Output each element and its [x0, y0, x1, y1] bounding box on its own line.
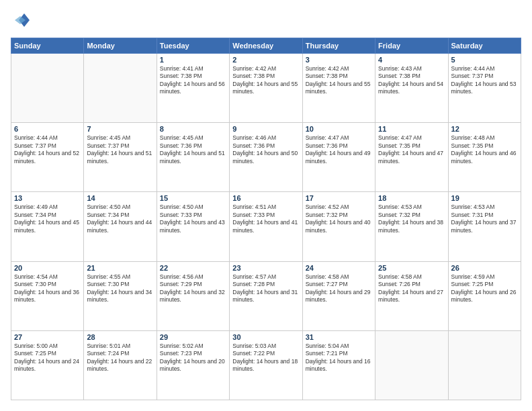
- calendar-cell: 8Sunrise: 4:45 AM Sunset: 7:36 PM Daylig…: [157, 123, 229, 192]
- calendar-cell: 11Sunrise: 4:47 AM Sunset: 7:35 PM Dayli…: [375, 123, 448, 192]
- day-info: Sunrise: 4:51 AM Sunset: 7:33 PM Dayligh…: [232, 203, 299, 234]
- day-number: 11: [378, 125, 445, 133]
- calendar-cell: 2Sunrise: 4:42 AM Sunset: 7:38 PM Daylig…: [230, 54, 302, 123]
- calendar-cell: 23Sunrise: 4:57 AM Sunset: 7:28 PM Dayli…: [230, 261, 302, 330]
- day-number: 5: [451, 56, 518, 64]
- calendar-cell: 6Sunrise: 4:44 AM Sunset: 7:37 PM Daylig…: [11, 123, 84, 192]
- day-info: Sunrise: 4:52 AM Sunset: 7:32 PM Dayligh…: [306, 203, 372, 234]
- calendar-cell: [84, 54, 157, 123]
- calendar-cell: 30Sunrise: 5:03 AM Sunset: 7:22 PM Dayli…: [230, 330, 302, 400]
- calendar-cell: 16Sunrise: 4:51 AM Sunset: 7:33 PM Dayli…: [230, 192, 302, 261]
- day-number: 27: [14, 333, 81, 341]
- calendar-cell: 24Sunrise: 4:58 AM Sunset: 7:27 PM Dayli…: [302, 261, 375, 330]
- calendar-cell: 14Sunrise: 4:50 AM Sunset: 7:34 PM Dayli…: [84, 192, 157, 261]
- day-info: Sunrise: 4:41 AM Sunset: 7:38 PM Dayligh…: [160, 65, 226, 96]
- day-number: 3: [306, 56, 372, 64]
- day-number: 30: [232, 333, 299, 341]
- weekday-header-wednesday: Wednesday: [230, 38, 302, 54]
- day-number: 24: [306, 264, 372, 272]
- calendar-cell: 27Sunrise: 5:00 AM Sunset: 7:25 PM Dayli…: [11, 330, 84, 400]
- logo-icon: [11, 11, 31, 31]
- calendar-cell: 9Sunrise: 4:46 AM Sunset: 7:36 PM Daylig…: [230, 123, 302, 192]
- calendar-cell: [11, 54, 84, 123]
- weekday-header-friday: Friday: [375, 38, 448, 54]
- calendar-cell: 19Sunrise: 4:53 AM Sunset: 7:31 PM Dayli…: [448, 192, 521, 261]
- weekday-header-thursday: Thursday: [302, 38, 375, 54]
- day-number: 15: [160, 194, 226, 202]
- day-info: Sunrise: 5:02 AM Sunset: 7:23 PM Dayligh…: [160, 342, 226, 373]
- day-number: 4: [378, 56, 445, 64]
- weekday-header-tuesday: Tuesday: [157, 38, 229, 54]
- day-info: Sunrise: 5:04 AM Sunset: 7:21 PM Dayligh…: [306, 342, 372, 373]
- header: [11, 11, 521, 31]
- day-number: 16: [232, 194, 299, 202]
- calendar-cell: 31Sunrise: 5:04 AM Sunset: 7:21 PM Dayli…: [302, 330, 375, 400]
- page: SundayMondayTuesdayWednesdayThursdayFrid…: [0, 0, 532, 411]
- calendar-cell: 15Sunrise: 4:50 AM Sunset: 7:33 PM Dayli…: [157, 192, 229, 261]
- day-number: 29: [160, 333, 226, 341]
- calendar-cell: 22Sunrise: 4:56 AM Sunset: 7:29 PM Dayli…: [157, 261, 229, 330]
- calendar-cell: 20Sunrise: 4:54 AM Sunset: 7:30 PM Dayli…: [11, 261, 84, 330]
- calendar-cell: 10Sunrise: 4:47 AM Sunset: 7:36 PM Dayli…: [302, 123, 375, 192]
- day-number: 13: [14, 194, 81, 202]
- week-row-3: 13Sunrise: 4:49 AM Sunset: 7:34 PM Dayli…: [11, 192, 521, 261]
- day-info: Sunrise: 4:44 AM Sunset: 7:37 PM Dayligh…: [451, 65, 518, 96]
- weekday-header-monday: Monday: [84, 38, 157, 54]
- day-number: 23: [232, 264, 299, 272]
- calendar-cell: 26Sunrise: 4:59 AM Sunset: 7:25 PM Dayli…: [448, 261, 521, 330]
- day-number: 10: [306, 125, 372, 133]
- day-info: Sunrise: 4:55 AM Sunset: 7:30 PM Dayligh…: [87, 273, 153, 304]
- day-info: Sunrise: 4:48 AM Sunset: 7:35 PM Dayligh…: [451, 134, 518, 165]
- day-info: Sunrise: 5:01 AM Sunset: 7:24 PM Dayligh…: [87, 342, 153, 373]
- day-info: Sunrise: 5:03 AM Sunset: 7:22 PM Dayligh…: [232, 342, 299, 373]
- calendar-cell: 5Sunrise: 4:44 AM Sunset: 7:37 PM Daylig…: [448, 54, 521, 123]
- calendar-cell: 17Sunrise: 4:52 AM Sunset: 7:32 PM Dayli…: [302, 192, 375, 261]
- day-info: Sunrise: 4:56 AM Sunset: 7:29 PM Dayligh…: [160, 273, 226, 304]
- calendar-cell: [375, 330, 448, 400]
- calendar-cell: 3Sunrise: 4:42 AM Sunset: 7:38 PM Daylig…: [302, 54, 375, 123]
- day-info: Sunrise: 4:43 AM Sunset: 7:38 PM Dayligh…: [378, 65, 445, 96]
- calendar-cell: 21Sunrise: 4:55 AM Sunset: 7:30 PM Dayli…: [84, 261, 157, 330]
- day-info: Sunrise: 4:58 AM Sunset: 7:26 PM Dayligh…: [378, 273, 445, 304]
- day-info: Sunrise: 4:47 AM Sunset: 7:35 PM Dayligh…: [378, 134, 445, 165]
- day-number: 12: [451, 125, 518, 133]
- calendar-cell: 13Sunrise: 4:49 AM Sunset: 7:34 PM Dayli…: [11, 192, 84, 261]
- week-row-1: 1Sunrise: 4:41 AM Sunset: 7:38 PM Daylig…: [11, 54, 521, 123]
- day-number: 18: [378, 194, 445, 202]
- calendar-cell: 29Sunrise: 5:02 AM Sunset: 7:23 PM Dayli…: [157, 330, 229, 400]
- day-info: Sunrise: 5:00 AM Sunset: 7:25 PM Dayligh…: [14, 342, 81, 373]
- day-info: Sunrise: 4:46 AM Sunset: 7:36 PM Dayligh…: [232, 134, 299, 165]
- calendar-cell: 7Sunrise: 4:45 AM Sunset: 7:37 PM Daylig…: [84, 123, 157, 192]
- day-info: Sunrise: 4:42 AM Sunset: 7:38 PM Dayligh…: [232, 65, 299, 96]
- day-info: Sunrise: 4:53 AM Sunset: 7:32 PM Dayligh…: [378, 203, 445, 234]
- day-number: 20: [14, 264, 81, 272]
- day-info: Sunrise: 4:49 AM Sunset: 7:34 PM Dayligh…: [14, 203, 81, 234]
- day-info: Sunrise: 4:45 AM Sunset: 7:37 PM Dayligh…: [87, 134, 153, 165]
- day-number: 14: [87, 194, 153, 202]
- day-number: 8: [160, 125, 226, 133]
- day-info: Sunrise: 4:54 AM Sunset: 7:30 PM Dayligh…: [14, 273, 81, 304]
- day-number: 17: [306, 194, 372, 202]
- day-number: 6: [14, 125, 81, 133]
- day-number: 1: [160, 56, 226, 64]
- day-number: 7: [87, 125, 153, 133]
- day-info: Sunrise: 4:44 AM Sunset: 7:37 PM Dayligh…: [14, 134, 81, 165]
- calendar-cell: [448, 330, 521, 400]
- day-info: Sunrise: 4:42 AM Sunset: 7:38 PM Dayligh…: [306, 65, 372, 96]
- week-row-2: 6Sunrise: 4:44 AM Sunset: 7:37 PM Daylig…: [11, 123, 521, 192]
- day-number: 31: [306, 333, 372, 341]
- day-info: Sunrise: 4:50 AM Sunset: 7:33 PM Dayligh…: [160, 203, 226, 234]
- day-info: Sunrise: 4:45 AM Sunset: 7:36 PM Dayligh…: [160, 134, 226, 165]
- calendar-cell: 4Sunrise: 4:43 AM Sunset: 7:38 PM Daylig…: [375, 54, 448, 123]
- calendar-cell: 1Sunrise: 4:41 AM Sunset: 7:38 PM Daylig…: [157, 54, 229, 123]
- day-number: 19: [451, 194, 518, 202]
- day-info: Sunrise: 4:53 AM Sunset: 7:31 PM Dayligh…: [451, 203, 518, 234]
- day-info: Sunrise: 4:57 AM Sunset: 7:28 PM Dayligh…: [232, 273, 299, 304]
- day-info: Sunrise: 4:47 AM Sunset: 7:36 PM Dayligh…: [306, 134, 372, 165]
- day-info: Sunrise: 4:50 AM Sunset: 7:34 PM Dayligh…: [87, 203, 153, 234]
- calendar-cell: 18Sunrise: 4:53 AM Sunset: 7:32 PM Dayli…: [375, 192, 448, 261]
- calendar-cell: 12Sunrise: 4:48 AM Sunset: 7:35 PM Dayli…: [448, 123, 521, 192]
- day-number: 9: [232, 125, 299, 133]
- day-number: 2: [232, 56, 299, 64]
- weekday-header-saturday: Saturday: [448, 38, 521, 54]
